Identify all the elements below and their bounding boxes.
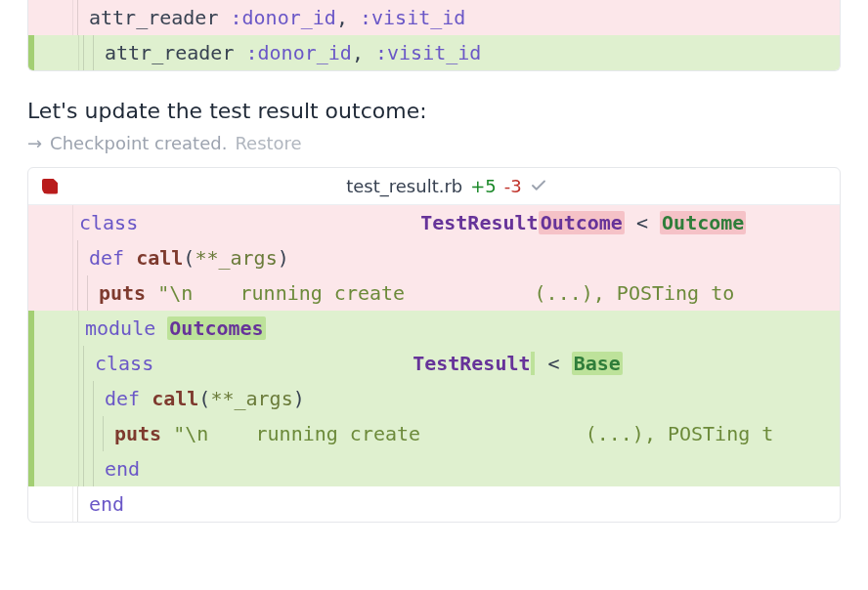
indent-guide	[79, 451, 89, 486]
indent-guide	[73, 0, 83, 35]
token: class	[79, 211, 138, 234]
token: (	[198, 387, 210, 410]
gutter	[28, 275, 73, 311]
indent-guide	[83, 275, 93, 311]
gutter	[34, 35, 79, 70]
token: attr_reader	[89, 6, 231, 29]
gutter	[28, 205, 73, 240]
token: class	[95, 352, 153, 375]
gutter	[34, 346, 79, 381]
gutter	[28, 0, 73, 35]
token	[138, 211, 420, 234]
diff-line: class TestResultOutcome < Outcome	[28, 205, 840, 240]
diff-line: class TestResult < Base	[28, 346, 840, 381]
token: running create	[208, 422, 420, 445]
token: :visit_id	[375, 41, 481, 64]
token: (...), POSTing to	[535, 281, 747, 305]
token: def	[89, 246, 136, 270]
indent-guide	[99, 416, 108, 451]
checkpoint-text: Checkpoint created.	[50, 133, 227, 153]
indent-guide	[79, 346, 89, 381]
token: :donor_id	[246, 41, 352, 64]
gutter	[28, 240, 73, 275]
token: TestResult	[412, 352, 530, 375]
token: )	[293, 387, 305, 410]
indent-guide	[73, 275, 83, 311]
token: running create	[193, 281, 405, 305]
indent-guide	[89, 381, 99, 416]
token: attr_reader	[105, 41, 246, 64]
token: "\n	[173, 422, 208, 445]
token: call	[152, 387, 198, 410]
indent-guide	[79, 35, 89, 70]
deletions-count: -3	[504, 176, 522, 196]
check-icon	[530, 176, 547, 196]
diff-header: test_result.rb +5 -3	[28, 168, 840, 205]
token: :visit_id	[360, 6, 465, 29]
token: Base	[572, 352, 623, 375]
token: Outcomes	[167, 316, 265, 340]
token: module	[85, 316, 167, 340]
diff-block-1: attr_reader :donor_id, :visit_idattr_rea…	[27, 0, 841, 71]
ruby-file-icon	[42, 179, 58, 194]
token: **_args	[195, 246, 277, 270]
additions-count: +5	[470, 176, 497, 196]
diff-line: attr_reader :donor_id, :visit_id	[28, 0, 840, 35]
gutter	[34, 381, 79, 416]
indent-guide	[89, 416, 99, 451]
token	[153, 352, 412, 375]
gutter	[34, 416, 79, 451]
token: puts	[114, 422, 173, 445]
diff-line: attr_reader :donor_id, :visit_id	[28, 35, 840, 70]
code-content: class TestResult < Base	[89, 346, 840, 381]
token: (...), POSTing t	[586, 422, 774, 445]
diff-line: puts "\n running create (...), POSTing t…	[28, 275, 840, 311]
diff-line: end	[28, 486, 840, 522]
token: Outcome	[660, 211, 746, 234]
code-content: class TestResultOutcome < Outcome	[73, 205, 840, 240]
token: (	[183, 246, 195, 270]
token: ,	[336, 6, 360, 29]
token: )	[278, 246, 289, 270]
token: TestResult	[420, 211, 538, 234]
gutter	[28, 486, 73, 522]
token: def	[105, 387, 152, 410]
token: "\n	[157, 281, 193, 305]
diff-line: module Outcomes	[28, 311, 840, 346]
code-content: end	[83, 486, 840, 522]
gutter	[34, 311, 79, 346]
indent-guide	[89, 451, 99, 486]
diff-rows: class TestResultOutcome < Outcomedef cal…	[28, 205, 840, 522]
indent-guide	[89, 35, 99, 70]
code-content: attr_reader :donor_id, :visit_id	[99, 35, 840, 70]
arrow-icon: →	[27, 133, 42, 153]
filename: test_result.rb	[346, 176, 462, 196]
code-content: puts "\n running create (...), POSTing t	[108, 416, 840, 451]
token: ,	[352, 41, 375, 64]
indent-guide	[73, 486, 83, 522]
token: <	[625, 211, 660, 234]
token: puts	[99, 281, 157, 305]
diff-line: end	[28, 451, 840, 486]
indent-guide	[79, 416, 89, 451]
indent-guide	[79, 381, 89, 416]
code-content: def call(**_args)	[99, 381, 840, 416]
code-content: puts "\n running create (...), POSTing t…	[93, 275, 840, 311]
diff-line: def call(**_args)	[28, 381, 840, 416]
token	[405, 281, 534, 305]
code-content: def call(**_args)	[83, 240, 840, 275]
token: end	[105, 457, 140, 481]
diff-rows: attr_reader :donor_id, :visit_idattr_rea…	[28, 0, 840, 70]
token: **_args	[210, 387, 292, 410]
code-content: attr_reader :donor_id, :visit_id	[83, 0, 840, 35]
code-content: module Outcomes	[79, 311, 840, 346]
gutter	[34, 451, 79, 486]
token	[420, 422, 586, 445]
diff-block-2: test_result.rb +5 -3 class TestResultOut…	[27, 167, 841, 523]
token: <	[531, 352, 572, 375]
assistant-message: Let's update the test result outcome:	[27, 99, 841, 123]
restore-link[interactable]: Restore	[235, 133, 301, 153]
indent-guide	[73, 240, 83, 275]
code-content: end	[99, 451, 840, 486]
token: Outcome	[539, 211, 625, 234]
